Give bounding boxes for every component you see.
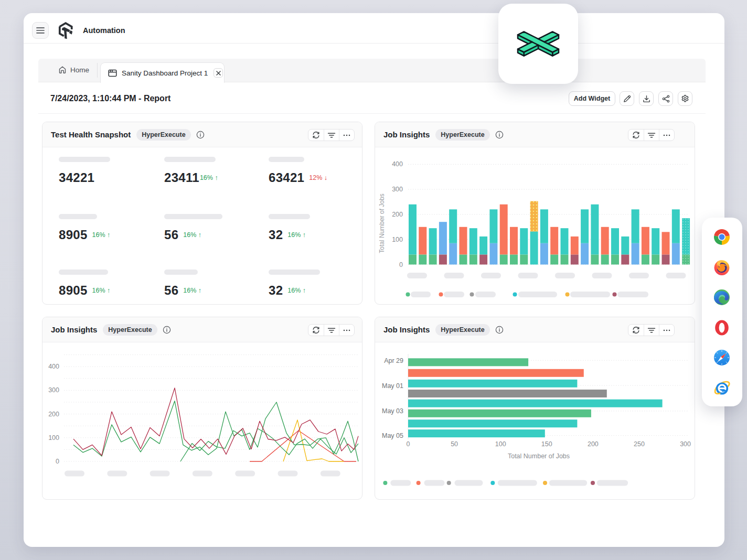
svg-text:Apr 29: Apr 29 bbox=[384, 357, 403, 364]
svg-text:200: 200 bbox=[48, 411, 59, 418]
svg-text:Total Number of Jobs: Total Number of Jobs bbox=[378, 193, 386, 253]
svg-text:400: 400 bbox=[392, 160, 403, 168]
svg-text:100: 100 bbox=[495, 440, 506, 448]
svg-text:250: 250 bbox=[634, 440, 645, 448]
svg-text:0: 0 bbox=[56, 458, 59, 465]
svg-text:200: 200 bbox=[588, 440, 599, 448]
svg-text:100: 100 bbox=[392, 236, 403, 243]
svg-text:400: 400 bbox=[48, 363, 59, 370]
svg-text:May 01: May 01 bbox=[382, 382, 403, 390]
svg-text:0: 0 bbox=[399, 261, 403, 268]
svg-text:Total Number of Jobs: Total Number of Jobs bbox=[508, 453, 570, 460]
svg-text:150: 150 bbox=[541, 440, 552, 448]
svg-text:100: 100 bbox=[48, 434, 59, 441]
svg-text:May 05: May 05 bbox=[382, 432, 403, 439]
svg-text:300: 300 bbox=[48, 386, 59, 394]
svg-text:300: 300 bbox=[392, 186, 403, 193]
svg-text:200: 200 bbox=[392, 211, 403, 218]
svg-text:May 03: May 03 bbox=[382, 407, 403, 415]
svg-text:0: 0 bbox=[407, 440, 410, 448]
svg-text:50: 50 bbox=[451, 440, 458, 448]
svg-text:300: 300 bbox=[680, 440, 691, 448]
